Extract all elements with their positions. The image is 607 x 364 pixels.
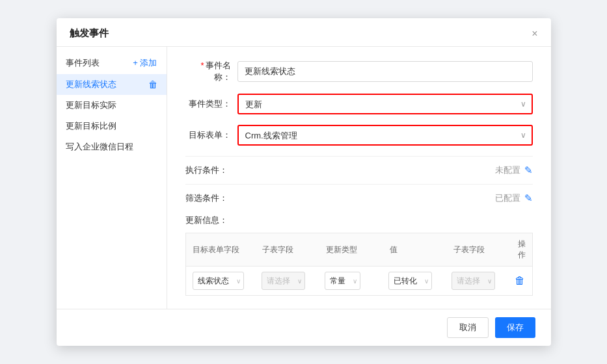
exec-condition-status: 未配置 ✎ <box>495 164 533 176</box>
update-type-select-wrap: 常量 ∨ <box>325 272 360 290</box>
sidebar-delete-icon-0[interactable]: 🗑 <box>148 79 157 90</box>
table-header: 目标表单字段 子表字段 更新类型 值 子表字段 操作 <box>185 233 533 266</box>
col-header-op: 操作 <box>518 239 526 261</box>
target-field-select-wrap: 线索状态 ∨ <box>193 272 244 290</box>
cancel-button[interactable]: 取消 <box>447 317 489 338</box>
target-form-select-wrapper: Crm.线索管理 ∨ <box>237 125 533 146</box>
sidebar: 事件列表 + 添加 更新线索状态 🗑 更新目标实际 更新目标比例 写入企业微信日… <box>57 47 167 309</box>
sidebar-header: 事件列表 + 添加 <box>57 55 167 74</box>
sub-field2-select[interactable]: 请选择 <box>452 272 495 290</box>
value-select[interactable]: 已转化 <box>388 272 432 290</box>
update-type-select[interactable]: 常量 <box>325 272 360 290</box>
save-button[interactable]: 保存 <box>495 317 535 338</box>
event-type-label: 事件类型： <box>185 98 237 110</box>
filter-condition-label: 筛选条件： <box>185 192 228 204</box>
filter-condition-value: 已配置 <box>495 192 520 204</box>
col-header-sub2: 子表字段 <box>453 244 517 255</box>
sidebar-add-button[interactable]: + 添加 <box>133 57 157 69</box>
cell-value: 已转化 ∨ <box>388 272 452 290</box>
main-content: *事件名称： 事件类型： 更新 创建 删除 ∨ 目标表单： <box>167 47 551 309</box>
cell-op: 🗑 <box>515 275 525 287</box>
filter-condition-status: 已配置 ✎ <box>495 192 533 204</box>
target-form-label: 目标表单： <box>185 129 237 141</box>
event-type-row: 事件类型： 更新 创建 删除 ∨ <box>185 94 533 114</box>
exec-condition-label: 执行条件： <box>185 164 228 176</box>
close-icon[interactable]: × <box>532 28 537 40</box>
col-header-sub1: 子表字段 <box>262 244 326 255</box>
event-name-input[interactable] <box>237 61 533 82</box>
cell-target-field: 线索状态 ∨ <box>193 272 262 290</box>
sub-field1-select[interactable]: 请选择 <box>262 272 305 290</box>
table-row: 线索状态 ∨ 请选择 ∨ <box>185 266 533 296</box>
sidebar-item-label-2: 更新目标比例 <box>66 120 116 132</box>
exec-condition-edit-icon[interactable]: ✎ <box>524 164 533 176</box>
target-form-row: 目标表单： Crm.线索管理 ∨ <box>185 125 533 146</box>
dialog-footer: 取消 保存 <box>57 309 551 346</box>
update-info-section: 更新信息： 目标表单字段 子表字段 更新类型 值 子表字段 操作 <box>185 214 533 296</box>
sub-field1-select-wrap: 请选择 ∨ <box>262 272 305 290</box>
exec-condition-row: 执行条件： 未配置 ✎ <box>185 156 533 184</box>
sidebar-item-label-3: 写入企业微信日程 <box>66 141 133 153</box>
sidebar-item-2[interactable]: 更新目标比例 <box>57 116 167 136</box>
exec-condition-value: 未配置 <box>495 164 520 176</box>
sidebar-item-3[interactable]: 写入企业微信日程 <box>57 136 167 157</box>
target-field-select[interactable]: 线索状态 <box>193 272 244 290</box>
dialog-header: 触发事件 × <box>57 18 551 47</box>
col-header-target: 目标表单字段 <box>193 244 262 255</box>
filter-condition-edit-icon[interactable]: ✎ <box>524 192 533 204</box>
target-form-select[interactable]: Crm.线索管理 <box>237 125 533 146</box>
event-type-select-wrapper: 更新 创建 删除 ∨ <box>237 94 533 114</box>
sidebar-header-label: 事件列表 <box>66 57 100 69</box>
col-header-type: 更新类型 <box>326 244 390 255</box>
required-star: * <box>200 60 204 70</box>
event-type-select[interactable]: 更新 创建 删除 <box>237 94 533 114</box>
value-select-wrap: 已转化 ∨ <box>388 272 432 290</box>
event-name-row: *事件名称： <box>185 60 533 83</box>
delete-row-icon[interactable]: 🗑 <box>515 275 525 287</box>
cell-sub-field2: 请选择 ∨ <box>452 272 515 290</box>
trigger-event-dialog: 触发事件 × 事件列表 + 添加 更新线索状态 🗑 更新目标实际 更新目标比例 … <box>57 18 551 346</box>
dialog-title: 触发事件 <box>70 27 109 40</box>
col-header-val: 值 <box>390 244 453 255</box>
filter-condition-row: 筛选条件： 已配置 ✎ <box>185 184 533 212</box>
sidebar-item-1[interactable]: 更新目标实际 <box>57 95 167 116</box>
sidebar-item-0[interactable]: 更新线索状态 🗑 <box>57 74 167 95</box>
cell-sub-field1: 请选择 ∨ <box>262 272 325 290</box>
dialog-body: 事件列表 + 添加 更新线索状态 🗑 更新目标实际 更新目标比例 写入企业微信日… <box>57 47 551 309</box>
cell-update-type: 常量 ∨ <box>325 272 388 290</box>
sidebar-item-label-1: 更新目标实际 <box>66 99 116 111</box>
update-info-label: 更新信息： <box>185 214 533 226</box>
event-name-label: *事件名称： <box>185 60 237 83</box>
sub-field2-select-wrap: 请选择 ∨ <box>452 272 495 290</box>
sidebar-item-label-0: 更新线索状态 <box>66 79 116 90</box>
